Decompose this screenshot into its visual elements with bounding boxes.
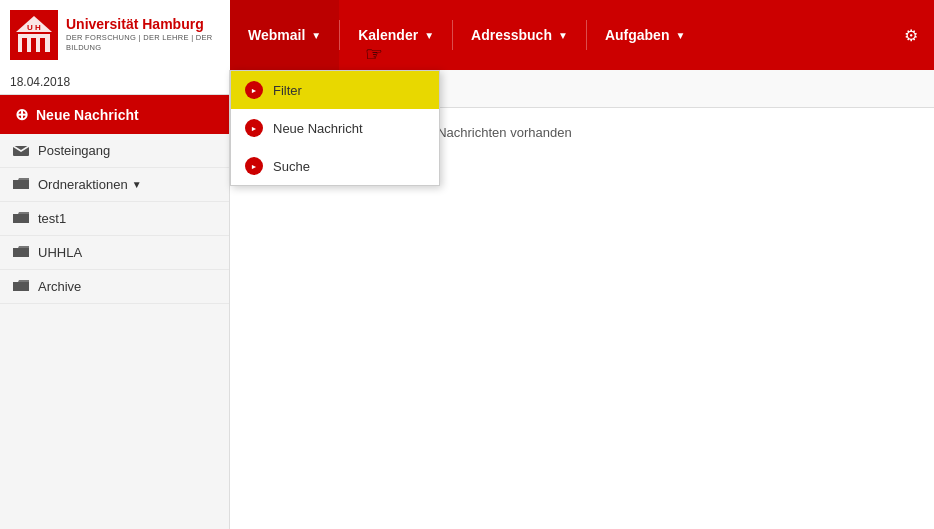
dropdown-item-neue-nachricht[interactable]: Neue Nachricht — [231, 109, 439, 147]
uhhla-label: UHHLA — [38, 245, 82, 260]
dropdown-item-suche[interactable]: Suche — [231, 147, 439, 185]
nav-kalender-label: Kalender — [358, 27, 418, 43]
test1-label: test1 — [38, 211, 66, 226]
nav-adressbuch-arrow: ▼ — [558, 30, 568, 41]
nav-adressbuch-label: Adressbuch — [471, 27, 552, 43]
nav-webmail-label: Webmail — [248, 27, 305, 43]
ordneraktionen-icon — [12, 176, 30, 193]
suche-menu-icon — [245, 157, 263, 175]
nav-aufgaben[interactable]: Aufgaben ▼ — [587, 0, 703, 70]
svg-rect-1 — [22, 38, 27, 52]
ordneraktionen-label: Ordneraktionen — [38, 177, 128, 192]
nav-kalender-arrow: ▼ — [424, 30, 434, 41]
filter-label: Filter — [273, 83, 302, 98]
sidebar-date: 18.04.2018 — [0, 70, 229, 95]
nav-webmail-arrow: ▼ — [311, 30, 321, 41]
ordneraktionen-arrow: ▼ — [132, 179, 142, 190]
uhhla-icon — [12, 244, 30, 261]
neue-nachricht-menu-icon — [245, 119, 263, 137]
settings-icon: ⚙ — [904, 26, 918, 45]
uh-logo-box: U H — [10, 10, 58, 60]
sidebar-item-uhhla[interactable]: UHHLA — [0, 236, 229, 270]
nav-webmail[interactable]: Webmail ▼ — [230, 0, 339, 70]
svg-rect-2 — [31, 38, 36, 52]
main-layout: 18.04.2018 ⊕ Neue Nachricht Posteingang … — [0, 70, 934, 529]
university-name: Universität Hamburg — [66, 16, 220, 33]
uh-logo-text: U H — [16, 14, 52, 56]
svg-text:U H: U H — [27, 23, 41, 32]
posteingang-label: Posteingang — [38, 143, 110, 158]
sidebar-item-test1[interactable]: test1 — [0, 202, 229, 236]
new-message-button[interactable]: ⊕ Neue Nachricht — [0, 95, 229, 134]
new-message-label: Neue Nachricht — [36, 107, 139, 123]
dropdown-item-filter[interactable]: Filter — [231, 71, 439, 109]
new-message-icon: ⊕ — [15, 105, 28, 124]
nav-adressbuch[interactable]: Adressbuch ▼ — [453, 0, 586, 70]
archive-icon — [12, 278, 30, 295]
logo-area: U H Universität Hamburg DER FORSCHUNG | … — [0, 0, 230, 70]
sidebar-item-archive[interactable]: Archive — [0, 270, 229, 304]
neue-nachricht-label: Neue Nachricht — [273, 121, 363, 136]
sidebar: 18.04.2018 ⊕ Neue Nachricht Posteingang … — [0, 70, 230, 529]
nav-kalender[interactable]: Kalender ▼ — [340, 0, 452, 70]
filter-menu-icon — [245, 81, 263, 99]
sidebar-item-posteingang[interactable]: Posteingang — [0, 134, 229, 168]
nav-aufgaben-arrow: ▼ — [675, 30, 685, 41]
svg-rect-3 — [40, 38, 45, 52]
settings-button[interactable]: ⚙ — [888, 0, 934, 70]
sidebar-item-ordneraktionen[interactable]: Ordneraktionen ▼ — [0, 168, 229, 202]
university-subtitle: DER FORSCHUNG | DER LEHRE | DER BILDUNG — [66, 33, 220, 54]
suche-label: Suche — [273, 159, 310, 174]
logo-text-area: Universität Hamburg DER FORSCHUNG | DER … — [66, 16, 220, 54]
archive-label: Archive — [38, 279, 81, 294]
nav-aufgaben-label: Aufgaben — [605, 27, 670, 43]
posteingang-icon — [12, 142, 30, 159]
nav-bar: Webmail ▼ Kalender ▼ Adressbuch ▼ Aufgab… — [230, 0, 934, 70]
webmail-dropdown: Filter Neue Nachricht Suche — [230, 70, 440, 186]
test1-icon — [12, 210, 30, 227]
